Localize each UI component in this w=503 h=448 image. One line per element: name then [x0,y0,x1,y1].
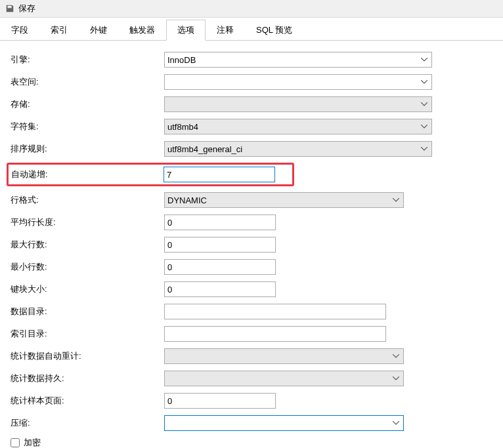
encryption-checkbox[interactable] [11,438,20,447]
collation-label: 排序规则: [8,143,164,155]
index-directory-input[interactable] [164,326,386,342]
stats-auto-recalc-label: 统计数据自动重计: [8,350,164,362]
encryption-label: 加密 [24,437,41,448]
min-rows-input[interactable] [164,259,276,275]
storage-select[interactable] [164,96,432,112]
auto-increment-input[interactable] [164,167,275,182]
tablespace-label: 表空间: [8,76,164,88]
data-directory-input[interactable] [164,304,386,319]
tabs: 字段 索引 外键 触发器 选项 注释 SQL 预览 [0,18,503,41]
avg-row-length-input[interactable] [164,214,276,230]
compression-label: 压缩: [8,417,164,429]
key-block-size-input[interactable] [164,281,276,297]
stats-persistent-label: 统计数据持久: [8,373,164,384]
key-block-size-label: 键块大小: [8,283,164,295]
max-rows-input[interactable] [164,237,276,253]
engine-label: 引擎: [8,54,164,66]
auto-increment-label: 自动递增: [9,169,164,180]
storage-label: 存储: [8,98,164,110]
stats-auto-recalc-select[interactable] [164,348,404,364]
charset-select[interactable]: utf8mb4 [164,119,432,134]
toolbar: 保存 [0,0,503,18]
tab-indexes[interactable]: 索引 [39,20,79,41]
options-form: 引擎: InnoDB 表空间: 存储: 字符集: utf8mb4 排序规则: u… [0,41,503,448]
charset-label: 字符集: [8,121,164,132]
row-format-select[interactable]: DYNAMIC [164,192,404,208]
index-directory-label: 索引目录: [8,328,164,340]
collation-select[interactable]: utf8mb4_general_ci [164,141,432,157]
stats-sample-pages-input[interactable] [164,393,276,409]
auto-increment-highlight: 自动递增: [7,163,294,186]
tablespace-select[interactable] [164,74,432,90]
tab-options[interactable]: 选项 [166,20,206,41]
tab-comment[interactable]: 注释 [206,20,245,41]
save-icon [5,4,14,13]
tab-foreign-keys[interactable]: 外键 [79,20,118,41]
tab-triggers[interactable]: 触发器 [118,20,166,41]
avg-row-length-label: 平均行长度: [8,216,164,228]
min-rows-label: 最小行数: [8,261,164,273]
data-directory-label: 数据目录: [8,306,164,317]
engine-select[interactable]: InnoDB [164,52,432,68]
compression-select[interactable] [164,415,404,431]
stats-persistent-select[interactable] [164,371,404,386]
save-button[interactable]: 保存 [18,3,35,14]
row-format-label: 行格式: [8,194,164,206]
stats-sample-pages-label: 统计样本页面: [8,395,164,407]
tab-sql-preview[interactable]: SQL 预览 [245,20,303,41]
max-rows-label: 最大行数: [8,239,164,251]
tab-fields[interactable]: 字段 [0,20,39,41]
